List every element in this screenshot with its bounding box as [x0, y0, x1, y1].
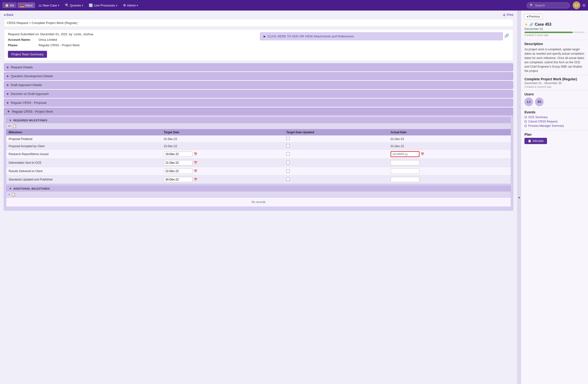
nav-inbox[interactable]: 📥 Inbox: [18, 2, 35, 8]
user-chip-ss[interactable]: SS: [535, 98, 544, 106]
inbox-icon: 📥: [20, 3, 24, 7]
live-processes-chevron-icon: ▾: [116, 4, 117, 7]
add-plan-button[interactable]: 📋 Add plan: [525, 138, 547, 144]
event-label: OCE Summary: [528, 116, 548, 119]
actual-date-input[interactable]: [391, 151, 420, 157]
section-decision-draft[interactable]: ▶ Decision on Draft Approach: [4, 90, 513, 98]
section-label: Decision on Draft Approach: [11, 92, 49, 96]
previous-button[interactable]: ◂ Previous: [524, 14, 543, 19]
prev-bar: ◂ Previous: [521, 12, 588, 20]
section-chevron-icon: ▶: [7, 92, 9, 95]
account-value: Orica Limited: [39, 38, 57, 41]
prev-chevron-icon: ◂: [527, 15, 528, 18]
no-records: No records: [6, 198, 511, 207]
target-updated-checkbox[interactable]: [286, 144, 290, 147]
new-case-icon: 🗂: [38, 3, 42, 7]
calendar-icon[interactable]: 📅: [420, 152, 424, 156]
required-milestones-subsection: ▼ REQUIRED MILESTONES ✏ 📋 Milestone ↕ Ta…: [6, 117, 511, 184]
queries-icon: 🔍: [65, 3, 69, 7]
table-row: Deliverables Sent to OCE 📅: [6, 159, 511, 167]
event-item-oce[interactable]: OCE Summary: [525, 116, 585, 119]
actual-date-input-cell: [388, 176, 511, 184]
target-date-input[interactable]: [164, 151, 192, 157]
calendar-icon[interactable]: 📅: [194, 169, 197, 173]
calendar-icon[interactable]: 📅: [194, 152, 197, 156]
event-label: Cancel CRSS Request: [528, 120, 558, 123]
top-navigation: 🏠 Me 📥 Inbox 🗂 New Case ▾ 🔍 Queries ▾ 🔄 …: [0, 0, 588, 11]
nav-inbox-label: Inbox: [25, 4, 33, 7]
edit-icon[interactable]: ✏: [8, 124, 11, 128]
user-chip-lj[interactable]: LJ: [525, 98, 533, 106]
target-updated-checkbox[interactable]: [286, 178, 290, 181]
event-item-cancel[interactable]: Cancel CRSS Request: [525, 120, 585, 123]
calendar-icon[interactable]: 📅: [194, 178, 197, 181]
section-question-development[interactable]: ▶ Question Development Details: [4, 72, 513, 80]
case-title: Case 453: [535, 22, 551, 27]
account-label: Account Name:: [8, 38, 37, 41]
additional-milestones-header: ▼ ADDITIONAL MILESTONES: [6, 186, 511, 192]
project-team-summary-button[interactable]: Project Team Summary: [8, 51, 47, 58]
avatar[interactable]: LJ: [573, 1, 580, 9]
add-icon[interactable]: +: [8, 192, 10, 196]
nav-me[interactable]: 🏠 Me: [2, 2, 17, 8]
queries-chevron-icon: ▾: [82, 4, 83, 7]
gear-icon[interactable]: ⚙: [582, 3, 586, 8]
print-button[interactable]: 🖨 Print: [503, 13, 513, 17]
section-regular-crss-project: ▼ Regular CRSS - Project Work ▼ REQUIRED…: [4, 108, 513, 210]
right-panel: ◂ Previous ★ 🔗 Case 453 December 01 Crea…: [521, 11, 588, 384]
table-row: Research Report/Memo Issued 📅 📅: [6, 150, 511, 159]
event-item-process-manager[interactable]: Process Manager Summary: [525, 124, 585, 127]
progress-bar: [525, 32, 585, 33]
nav-new-case-label: New Case: [43, 4, 57, 7]
attach-label: CLICK HERE TO ADD OR VIEW Attachments an…: [267, 35, 354, 38]
actual-date-input[interactable]: [391, 168, 420, 174]
target-date-input[interactable]: [164, 168, 192, 174]
section-draft-approach[interactable]: ▶ Draft Approach Details: [4, 81, 513, 89]
events-section: Events OCE Summary Cancel CRSS Request P…: [521, 108, 588, 130]
nav-live-processes[interactable]: 🔄 Live Processes ▾: [86, 2, 119, 8]
star-icon[interactable]: ★: [525, 22, 528, 27]
milestone-name: Results Delivered to Client: [6, 167, 161, 176]
back-button[interactable]: ◂ Back: [4, 13, 13, 17]
actual-date-input[interactable]: [391, 160, 420, 165]
form-header: Request Submitted on December 01, 2022 b…: [4, 29, 513, 61]
copy-icon[interactable]: 📋: [12, 192, 16, 196]
section-label: Regular CRSS - Proposal: [11, 101, 46, 104]
section-request-details[interactable]: ▶ Request Details: [4, 63, 513, 71]
table-row: Proposal Finalized 31-Dec-22 01-Dec-22: [6, 135, 511, 143]
search-input[interactable]: [535, 4, 567, 7]
target-updated-checkbox[interactable]: [286, 161, 290, 164]
section-chevron-icon: ▶: [7, 75, 9, 78]
description-text: As project work is completed, update tar…: [525, 47, 585, 73]
target-date-input[interactable]: [164, 160, 192, 165]
target-updated-checkbox[interactable]: [286, 137, 290, 140]
milestone-name: Proposal Accepted by Client: [6, 143, 161, 150]
copy-icon[interactable]: 📋: [12, 124, 17, 128]
section-expanded-body: ▼ REQUIRED MILESTONES ✏ 📋 Milestone ↕ Ta…: [4, 115, 513, 210]
case-header: ★ 🔗 Case 453 December 01 Created 3 hours…: [521, 20, 588, 40]
top-bar: ◂ Back 🖨 Print: [0, 11, 517, 19]
section-label: Draft Approach Details: [11, 83, 42, 87]
target-updated-checkbox[interactable]: [286, 169, 290, 173]
link-icon[interactable]: 🔗: [504, 33, 509, 38]
milestone-name: Deliverables Sent to OCE: [6, 159, 161, 167]
col-target-date: Target Date: [161, 129, 284, 135]
section-expanded-header[interactable]: ▼ Regular CRSS - Project Work: [4, 108, 513, 115]
section-regular-crss-proposal[interactable]: ▶ Regular CRSS - Proposal: [4, 99, 513, 107]
search-box[interactable]: 🔍: [527, 2, 570, 8]
additional-milestones-subsection: ▼ ADDITIONAL MILESTONES + 📋 No records: [6, 185, 511, 207]
table-row: Proposal Accepted by Client 15-Dec-22 01…: [6, 143, 511, 150]
submitted-by: Lentz, Joshua: [74, 32, 93, 36]
attach-bar[interactable]: ▶ CLICK HERE TO ADD OR VIEW Attachments …: [260, 32, 503, 40]
created-ago: Created 3 hours ago: [525, 34, 585, 37]
nav-queries[interactable]: 🔍 Queries ▾: [63, 2, 86, 8]
nav-admin[interactable]: ⚙ Admin ▾: [121, 2, 141, 8]
panel-toggle[interactable]: ◀: [517, 11, 521, 384]
attach-side: ▶ CLICK HERE TO ADD OR VIEW Attachments …: [260, 32, 509, 40]
target-updated-checkbox[interactable]: [286, 152, 290, 156]
actual-date-input[interactable]: [391, 177, 420, 182]
calendar-icon[interactable]: 📅: [194, 161, 197, 164]
target-date-input[interactable]: [164, 177, 192, 182]
nav-new-case[interactable]: 🗂 New Case ▾: [36, 2, 62, 8]
milestone-table: Milestone ↕ Target Date Target Date Upda…: [6, 129, 511, 184]
